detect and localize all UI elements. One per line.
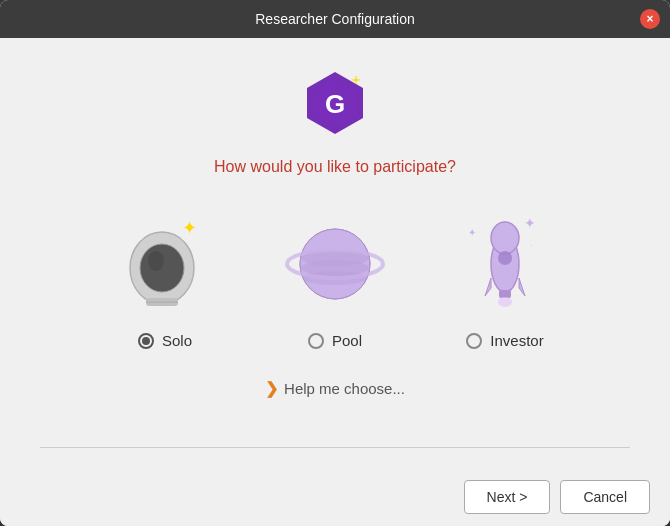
investor-icon: ✦ ✦ · [450, 206, 560, 316]
svg-text:✦: ✦ [468, 227, 476, 238]
participation-question: How would you like to participate? [214, 158, 456, 176]
solo-radio[interactable] [138, 333, 154, 349]
svg-text:✦: ✦ [182, 218, 197, 238]
content-area: G How would you like to participate? [0, 38, 670, 468]
svg-text:✦: ✦ [524, 215, 536, 231]
svg-point-24 [498, 297, 512, 307]
option-investor[interactable]: ✦ ✦ · Investor [450, 206, 560, 349]
svg-text:G: G [325, 89, 345, 119]
title-bar: Researcher Configuration × [0, 0, 670, 38]
solo-icon: ✦ [110, 206, 220, 316]
svg-point-7 [140, 244, 184, 292]
option-pool[interactable]: Pool [280, 206, 390, 349]
main-window: Researcher Configuration × G How would y… [0, 0, 670, 526]
svg-point-8 [148, 251, 164, 271]
svg-rect-23 [499, 290, 511, 298]
help-arrow-icon: ❯ [265, 379, 278, 398]
help-link[interactable]: ❯ Help me choose... [265, 379, 405, 398]
pool-radio[interactable] [308, 333, 324, 349]
next-button[interactable]: Next > [464, 480, 551, 514]
app-logo: G [300, 68, 370, 138]
help-link-text: Help me choose... [284, 380, 405, 397]
footer: Next > Cancel [0, 468, 670, 526]
option-solo[interactable]: ✦ Solo [110, 206, 220, 349]
svg-marker-22 [519, 278, 525, 296]
svg-point-19 [491, 222, 519, 254]
investor-label[interactable]: Investor [466, 332, 543, 349]
svg-text:·: · [530, 241, 532, 250]
pool-label[interactable]: Pool [308, 332, 362, 349]
window-title: Researcher Configuration [255, 11, 415, 27]
pool-icon [280, 206, 390, 316]
options-container: ✦ Solo [40, 206, 630, 349]
close-button[interactable]: × [640, 9, 660, 29]
svg-point-20 [498, 251, 512, 265]
svg-marker-21 [485, 278, 491, 296]
investor-radio[interactable] [466, 333, 482, 349]
cancel-button[interactable]: Cancel [560, 480, 650, 514]
footer-divider [40, 447, 630, 448]
solo-label[interactable]: Solo [138, 332, 192, 349]
